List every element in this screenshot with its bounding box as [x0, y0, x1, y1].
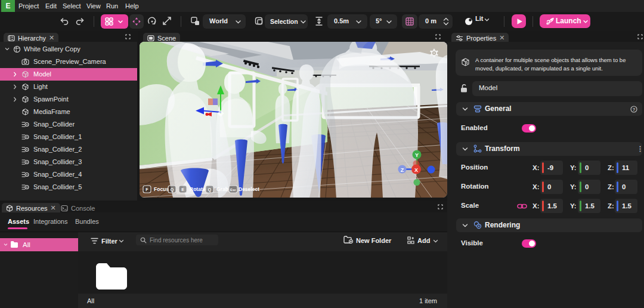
- svg-text:Deselect: Deselect: [239, 186, 259, 192]
- svg-text:Rotate: Rotate: [190, 186, 206, 192]
- svg-text:Y: Y: [415, 152, 419, 158]
- svg-text:X: X: [414, 167, 418, 173]
- svg-text:Focus: Focus: [154, 186, 169, 192]
- svg-text:Esc: Esc: [230, 188, 236, 192]
- svg-text:Grab: Grab: [216, 186, 228, 192]
- svg-text:Q: Q: [171, 187, 174, 192]
- svg-text:Q: Q: [208, 187, 212, 192]
- svg-text:E: E: [181, 187, 184, 192]
- svg-text:Z: Z: [401, 167, 404, 173]
- svg-text:?: ?: [633, 107, 636, 112]
- svg-text:F: F: [145, 187, 148, 192]
